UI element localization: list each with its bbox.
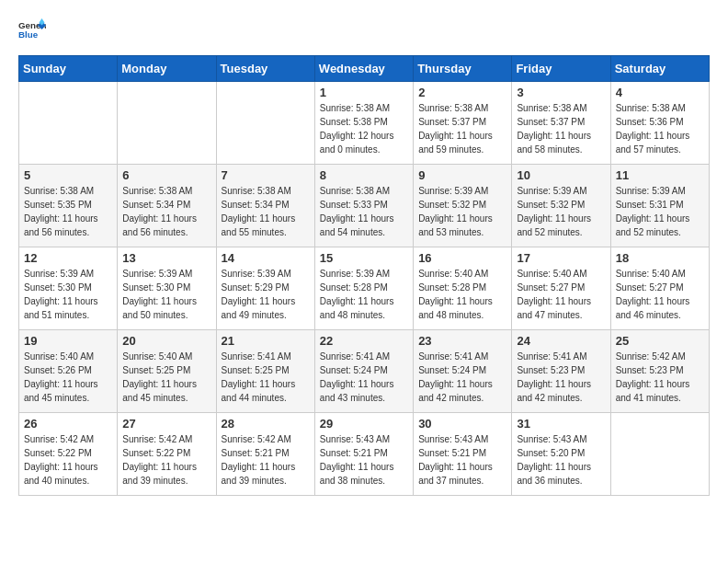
header-monday: Monday [118,56,216,82]
sunset-text: Sunset: 5:23 PM [517,365,585,375]
sunset-text: Sunset: 5:25 PM [222,365,290,375]
day-number: 10 [517,168,605,182]
sunrise-text: Sunrise: 5:39 AM [517,186,586,196]
day-info: Sunrise: 5:42 AM Sunset: 5:22 PM Dayligh… [122,432,210,488]
header-saturday: Saturday [610,56,709,82]
day-info: Sunrise: 5:41 AM Sunset: 5:25 PM Dayligh… [222,350,310,405]
sunrise-text: Sunrise: 5:41 AM [320,351,390,362]
sunrise-text: Sunrise: 5:42 AM [24,434,94,444]
daylight-text: Daylight: 11 hours and 59 minutes. [418,131,493,155]
logo: General Blue [18,18,50,40]
sunrise-text: Sunrise: 5:43 AM [418,434,488,444]
day-info: Sunrise: 5:38 AM Sunset: 5:33 PM Dayligh… [320,184,408,239]
calendar-cell: 1 Sunrise: 5:38 AM Sunset: 5:38 PM Dayli… [314,82,413,165]
sunset-text: Sunset: 5:32 PM [517,200,585,210]
day-number: 23 [418,334,506,348]
calendar-cell: 12 Sunrise: 5:39 AM Sunset: 5:30 PM Dayl… [19,247,118,330]
sunset-text: Sunset: 5:36 PM [616,117,684,127]
daylight-text: Daylight: 11 hours and 55 minutes. [222,213,296,237]
daylight-text: Daylight: 11 hours and 51 minutes. [24,296,98,320]
calendar-cell [610,413,709,496]
sunset-text: Sunset: 5:32 PM [418,200,486,210]
daylight-text: Daylight: 11 hours and 41 minutes. [616,379,690,403]
calendar-cell: 15 Sunrise: 5:39 AM Sunset: 5:28 PM Dayl… [314,247,413,330]
daylight-text: Daylight: 11 hours and 46 minutes. [616,296,690,320]
daylight-text: Daylight: 11 hours and 45 minutes. [24,379,98,403]
daylight-text: Daylight: 11 hours and 54 minutes. [320,213,394,237]
calendar-cell: 14 Sunrise: 5:39 AM Sunset: 5:29 PM Dayl… [216,247,314,330]
sunset-text: Sunset: 5:37 PM [517,117,585,127]
day-number: 3 [517,86,605,99]
calendar-cell [216,82,314,165]
day-info: Sunrise: 5:43 AM Sunset: 5:20 PM Dayligh… [517,432,605,488]
day-number: 6 [122,168,210,182]
sunrise-text: Sunrise: 5:43 AM [517,434,586,444]
sunset-text: Sunset: 5:22 PM [24,448,92,458]
sunrise-text: Sunrise: 5:38 AM [24,186,94,196]
sunset-text: Sunset: 5:24 PM [320,365,388,375]
day-info: Sunrise: 5:42 AM Sunset: 5:23 PM Dayligh… [616,350,704,405]
day-info: Sunrise: 5:39 AM Sunset: 5:30 PM Dayligh… [122,267,210,322]
calendar-cell: 9 Sunrise: 5:39 AM Sunset: 5:32 PM Dayli… [414,165,512,247]
calendar-table: SundayMondayTuesdayWednesdayThursdayFrid… [18,55,710,496]
day-number: 2 [418,86,506,99]
day-number: 4 [616,86,704,99]
sunrise-text: Sunrise: 5:39 AM [24,269,94,279]
daylight-text: Daylight: 11 hours and 40 minutes. [24,462,98,486]
calendar-cell: 30 Sunrise: 5:43 AM Sunset: 5:21 PM Dayl… [414,413,512,496]
header-thursday: Thursday [414,56,512,82]
daylight-text: Daylight: 11 hours and 57 minutes. [616,131,690,155]
day-number: 31 [517,417,605,431]
day-number: 21 [222,334,310,348]
calendar-cell: 13 Sunrise: 5:39 AM Sunset: 5:30 PM Dayl… [118,247,216,330]
sunset-text: Sunset: 5:20 PM [517,448,585,458]
daylight-text: Daylight: 11 hours and 52 minutes. [616,213,690,237]
sunrise-text: Sunrise: 5:39 AM [320,269,390,279]
daylight-text: Daylight: 11 hours and 44 minutes. [222,379,296,403]
day-info: Sunrise: 5:39 AM Sunset: 5:30 PM Dayligh… [24,267,112,322]
calendar-cell: 26 Sunrise: 5:42 AM Sunset: 5:22 PM Dayl… [19,413,118,496]
sunrise-text: Sunrise: 5:40 AM [24,351,94,362]
daylight-text: Daylight: 11 hours and 48 minutes. [320,296,394,320]
header-friday: Friday [512,56,610,82]
calendar-cell: 24 Sunrise: 5:41 AM Sunset: 5:23 PM Dayl… [512,330,610,413]
header-tuesday: Tuesday [216,56,314,82]
day-number: 22 [320,334,408,348]
daylight-text: Daylight: 11 hours and 56 minutes. [24,213,98,237]
sunrise-text: Sunrise: 5:41 AM [418,351,488,362]
day-number: 27 [122,417,210,431]
sunrise-text: Sunrise: 5:42 AM [616,351,686,362]
calendar-cell: 2 Sunrise: 5:38 AM Sunset: 5:37 PM Dayli… [414,82,512,165]
daylight-text: Daylight: 11 hours and 42 minutes. [517,379,591,403]
sunrise-text: Sunrise: 5:41 AM [517,351,586,362]
sunset-text: Sunset: 5:31 PM [616,200,684,210]
day-info: Sunrise: 5:40 AM Sunset: 5:26 PM Dayligh… [24,350,112,405]
day-info: Sunrise: 5:39 AM Sunset: 5:32 PM Dayligh… [517,184,605,239]
day-info: Sunrise: 5:40 AM Sunset: 5:25 PM Dayligh… [122,350,210,405]
day-number: 18 [616,251,704,265]
day-info: Sunrise: 5:38 AM Sunset: 5:35 PM Dayligh… [24,184,112,239]
logo-icon: General Blue [18,18,46,40]
sunrise-text: Sunrise: 5:38 AM [517,103,586,113]
day-number: 24 [517,334,605,348]
calendar-cell: 19 Sunrise: 5:40 AM Sunset: 5:26 PM Dayl… [19,330,118,413]
sunset-text: Sunset: 5:27 PM [616,282,684,293]
daylight-text: Daylight: 11 hours and 39 minutes. [222,462,296,486]
sunrise-text: Sunrise: 5:38 AM [122,186,192,196]
header-sunday: Sunday [19,56,118,82]
calendar-cell: 18 Sunrise: 5:40 AM Sunset: 5:27 PM Dayl… [610,247,709,330]
day-info: Sunrise: 5:42 AM Sunset: 5:21 PM Dayligh… [222,432,310,488]
calendar-header-row: SundayMondayTuesdayWednesdayThursdayFrid… [19,56,710,82]
day-info: Sunrise: 5:38 AM Sunset: 5:36 PM Dayligh… [616,101,704,156]
sunset-text: Sunset: 5:25 PM [122,365,190,375]
day-info: Sunrise: 5:39 AM Sunset: 5:32 PM Dayligh… [418,184,506,239]
calendar-cell: 7 Sunrise: 5:38 AM Sunset: 5:34 PM Dayli… [216,165,314,247]
sunset-text: Sunset: 5:21 PM [418,448,486,458]
day-number: 11 [616,168,704,182]
sunset-text: Sunset: 5:26 PM [24,365,92,375]
header-wednesday: Wednesday [314,56,413,82]
sunset-text: Sunset: 5:29 PM [222,282,290,293]
daylight-text: Daylight: 11 hours and 38 minutes. [320,462,394,486]
day-info: Sunrise: 5:40 AM Sunset: 5:27 PM Dayligh… [616,267,704,322]
day-number: 19 [24,334,112,348]
